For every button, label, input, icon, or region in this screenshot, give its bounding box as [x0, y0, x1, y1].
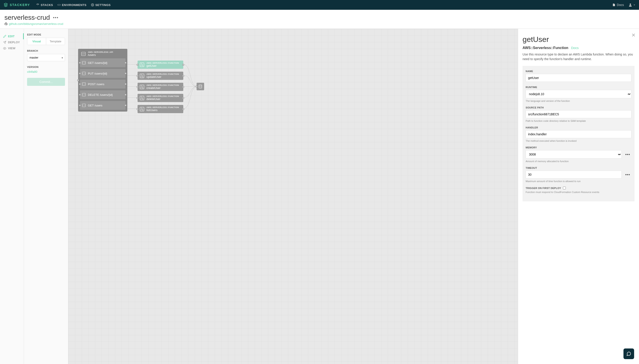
canvas[interactable]: AWS::SERVERLESS::API /users GET /users/{… — [68, 29, 518, 364]
api-route[interactable]: GET /users — [80, 101, 126, 110]
github-icon — [4, 22, 8, 26]
route-icon — [82, 71, 86, 76]
panel-docs-link[interactable]: Docs — [571, 46, 579, 50]
port[interactable] — [196, 86, 198, 88]
port[interactable] — [137, 86, 138, 88]
rail-edit[interactable]: EDIT — [3, 33, 24, 39]
function-node-updateuser[interactable]: AWS::SERVERLESS::FUNCTIONupdateUser — [138, 72, 183, 80]
nav-user-menu[interactable] — [628, 3, 636, 7]
rail-deploy[interactable]: DEPLOY — [3, 39, 21, 45]
port[interactable] — [125, 94, 126, 96]
port[interactable] — [137, 64, 138, 66]
logo[interactable]: STACKERY — [4, 3, 30, 7]
lambda-icon — [139, 106, 145, 112]
trigger-label: TRIGGER ON FIRST DEPLOY — [526, 187, 561, 190]
source-path-label: SOURCE PATH — [526, 106, 632, 109]
stack-more-menu[interactable]: ••• — [53, 15, 58, 20]
svg-point-0 — [92, 4, 93, 5]
function-type: AWS::SERVERLESS::FUNCTION — [146, 84, 179, 86]
edit-mode-toggle: Visual Template — [27, 38, 65, 45]
function-type: AWS::SERVERLESS::FUNCTION — [146, 73, 179, 75]
timeout-more-button[interactable]: ••• — [624, 170, 632, 178]
commit-button[interactable]: Commit... — [27, 78, 65, 86]
version-link[interactable]: c84fa80 — [27, 70, 65, 74]
branch-label: BRANCH — [27, 50, 65, 52]
svg-point-4 — [4, 48, 5, 49]
port[interactable] — [137, 75, 138, 77]
api-icon — [81, 51, 86, 56]
source-path-input[interactable] — [526, 110, 632, 118]
doc-icon — [612, 3, 616, 6]
port[interactable] — [182, 75, 184, 77]
route-text: GET /users/{id} — [88, 61, 108, 64]
function-name: deleteUser — [146, 98, 179, 101]
port[interactable] — [182, 64, 184, 66]
trigger-help: Function must respond to CloudFormation … — [526, 191, 632, 194]
nav-docs[interactable]: Docs — [612, 3, 624, 7]
port[interactable] — [137, 97, 138, 99]
database-icon — [198, 84, 202, 89]
chevron-down-icon — [633, 4, 636, 6]
eye-icon — [3, 47, 6, 50]
api-name: /users — [88, 53, 113, 56]
rail-view[interactable]: VIEW — [3, 45, 21, 51]
port[interactable] — [125, 104, 126, 106]
port[interactable] — [137, 108, 138, 110]
chat-button[interactable] — [624, 348, 634, 359]
function-node-listusers[interactable]: AWS::SERVERLESS::FUNCTIONlistUsers — [138, 105, 183, 113]
port[interactable] — [125, 72, 126, 74]
api-route[interactable]: POST /users — [80, 80, 126, 88]
api-type: AWS::SERVERLESS::API — [88, 51, 113, 53]
nav-stacks[interactable]: STACKS — [36, 3, 53, 7]
route-text: GET /users — [88, 104, 102, 107]
port[interactable] — [182, 108, 184, 110]
name-input[interactable] — [526, 74, 632, 82]
send-icon — [3, 41, 6, 44]
port[interactable] — [79, 83, 81, 85]
top-nav: STACKERY STACKS ENVIRONMENTS SETTINGS Do… — [0, 0, 639, 10]
database-node[interactable] — [196, 83, 204, 90]
nav-environments[interactable]: ENVIRONMENTS — [58, 3, 86, 7]
port[interactable] — [79, 104, 81, 106]
mode-template[interactable]: Template — [46, 38, 65, 45]
close-panel-button[interactable]: ✕ — [632, 32, 636, 38]
repo-link[interactable]: github.com/bildungsroman/serverless-crud — [9, 22, 63, 26]
port[interactable] — [182, 86, 184, 88]
svg-rect-13 — [140, 85, 144, 89]
trigger-checkbox[interactable] — [563, 186, 566, 190]
port[interactable] — [79, 62, 81, 64]
port[interactable] — [125, 62, 126, 64]
function-node-getuser[interactable]: AWS::SERVERLESS::FUNCTIONgetUser — [138, 60, 183, 69]
stackery-logo-icon — [4, 3, 8, 7]
api-route[interactable]: DELETE /users/{id} — [80, 90, 126, 99]
handler-input[interactable] — [526, 130, 632, 138]
port[interactable] — [125, 83, 126, 85]
nav-settings[interactable]: SETTINGS — [91, 3, 111, 7]
port[interactable] — [77, 80, 79, 81]
memory-label: MEMORY — [526, 146, 632, 149]
version-label: VERSION — [27, 66, 65, 68]
port[interactable] — [182, 97, 184, 99]
api-node[interactable]: AWS::SERVERLESS::API /users GET /users/{… — [78, 49, 127, 112]
memory-select[interactable]: 3008 — [526, 150, 622, 158]
function-node-deleteuser[interactable]: AWS::SERVERLESS::FUNCTIONdeleteUser — [138, 94, 183, 102]
branch-select[interactable]: master — [27, 54, 65, 61]
stack-title: serverless-crud — [4, 14, 50, 21]
runtime-label: RUNTIME — [526, 86, 632, 88]
api-route[interactable]: PUT /users/{id} — [80, 69, 126, 78]
lambda-icon — [139, 73, 145, 78]
function-node-createuser[interactable]: AWS::SERVERLESS::FUNCTIONcreateUser — [138, 83, 183, 91]
timeout-label: TIMEOUT — [526, 166, 632, 169]
port[interactable] — [79, 72, 81, 74]
handler-help: The method executed when function is inv… — [526, 140, 632, 142]
memory-help: Amount of memory allocated to function — [526, 160, 632, 162]
route-text: PUT /users/{id} — [88, 72, 107, 75]
gear-icon — [91, 3, 94, 6]
mode-visual[interactable]: Visual — [27, 38, 46, 45]
api-route[interactable]: GET /users/{id} — [80, 58, 126, 67]
runtime-select[interactable]: nodejs8.10 — [526, 90, 632, 98]
timeout-input[interactable] — [526, 170, 622, 178]
port[interactable] — [79, 94, 81, 96]
route-icon — [82, 82, 86, 86]
memory-more-button[interactable]: ••• — [624, 150, 632, 158]
